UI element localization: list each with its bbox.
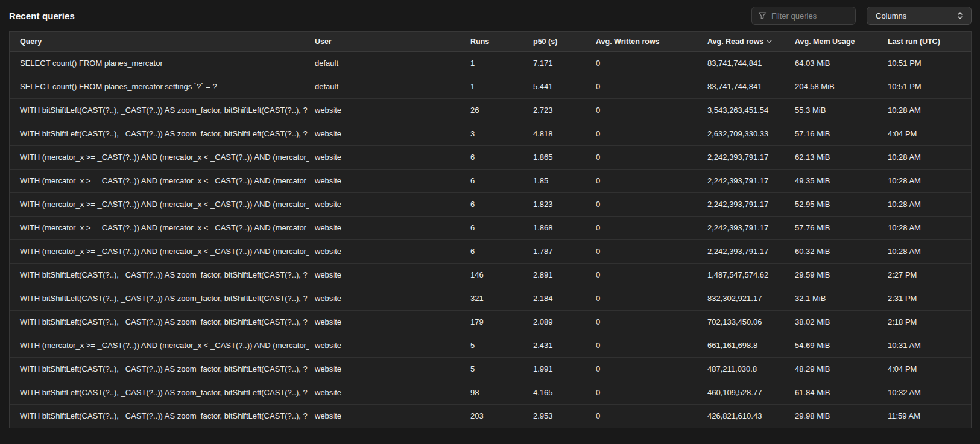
cell-last: 4:04 PM xyxy=(882,122,971,145)
cell-query[interactable]: WITH (mercator_x >= _CAST(?..)) AND (mer… xyxy=(10,145,309,169)
cell-read: 83,741,744,841 xyxy=(701,75,789,98)
cell-p50: 1.865 xyxy=(527,145,590,169)
cell-p50: 1.787 xyxy=(527,239,590,263)
table-row[interactable]: WITH bitShiftLeft(CAST(?..), _CAST(?..))… xyxy=(10,98,971,122)
cell-user: website xyxy=(309,404,464,428)
cell-last: 2:18 PM xyxy=(882,310,971,334)
table-row[interactable]: WITH (mercator_x >= _CAST(?..)) AND (mer… xyxy=(10,334,971,357)
table-row[interactable]: WITH bitShiftLeft(CAST(?..), _CAST(?..))… xyxy=(10,122,971,145)
cell-user: website xyxy=(309,381,464,404)
cell-query[interactable]: WITH bitShiftLeft(CAST(?..), _CAST(?..))… xyxy=(10,357,309,381)
table-row[interactable]: WITH bitShiftLeft(CAST(?..), _CAST(?..))… xyxy=(10,381,971,404)
cell-query[interactable]: WITH bitShiftLeft(CAST(?..), _CAST(?..))… xyxy=(10,310,309,334)
cell-query[interactable]: WITH (mercator_x >= _CAST(?..)) AND (mer… xyxy=(10,239,309,263)
cell-p50: 2.431 xyxy=(527,334,590,357)
cell-read: 2,242,393,791.17 xyxy=(701,145,789,169)
cell-mem: 49.35 MiB xyxy=(789,169,882,192)
cell-query[interactable]: WITH bitShiftLeft(CAST(?..), _CAST(?..))… xyxy=(10,263,309,287)
cell-query[interactable]: SELECT count() FROM planes_mercator sett… xyxy=(10,75,309,98)
cell-written: 0 xyxy=(590,216,701,239)
cell-written: 0 xyxy=(590,263,701,287)
cell-last: 10:51 PM xyxy=(882,75,971,98)
cell-last: 4:04 PM xyxy=(882,357,971,381)
column-header-mem[interactable]: Avg. Mem Usage xyxy=(789,32,882,51)
cell-written: 0 xyxy=(590,192,701,216)
recent-queries-table: QueryUserRunsp50 (s)Avg. Written rowsAvg… xyxy=(9,31,972,428)
cell-mem: 55.3 MiB xyxy=(789,98,882,122)
cell-written: 0 xyxy=(590,75,701,98)
cell-query[interactable]: WITH (mercator_x >= _CAST(?..)) AND (mer… xyxy=(10,334,309,357)
cell-query[interactable]: WITH (mercator_x >= _CAST(?..)) AND (mer… xyxy=(10,216,309,239)
cell-written: 0 xyxy=(590,169,701,192)
column-header-user[interactable]: User xyxy=(309,32,464,51)
cell-last: 10:28 AM xyxy=(882,145,971,169)
cell-read: 661,161,698.8 xyxy=(701,334,789,357)
cell-last: 10:32 AM xyxy=(882,381,971,404)
cell-written: 0 xyxy=(590,404,701,428)
table-row[interactable]: WITH (mercator_x >= _CAST(?..)) AND (mer… xyxy=(10,239,971,263)
cell-last: 10:28 AM xyxy=(882,98,971,122)
cell-user: website xyxy=(309,216,464,239)
column-header-label: Last run (UTC) xyxy=(888,37,940,46)
cell-query[interactable]: WITH bitShiftLeft(CAST(?..), _CAST(?..))… xyxy=(10,98,309,122)
cell-query[interactable]: WITH (mercator_x >= _CAST(?..)) AND (mer… xyxy=(10,169,309,192)
cell-query[interactable]: WITH bitShiftLeft(CAST(?..), _CAST(?..))… xyxy=(10,404,309,428)
table-row[interactable]: WITH (mercator_x >= _CAST(?..)) AND (mer… xyxy=(10,192,971,216)
cell-query[interactable]: WITH bitShiftLeft(CAST(?..), _CAST(?..))… xyxy=(10,287,309,310)
table-row[interactable]: SELECT count() FROM planes_mercatordefau… xyxy=(10,51,971,75)
cell-read: 2,242,393,791.17 xyxy=(701,192,789,216)
cell-read: 832,302,921.17 xyxy=(701,287,789,310)
cell-written: 0 xyxy=(590,334,701,357)
table-row[interactable]: WITH bitShiftLeft(CAST(?..), _CAST(?..))… xyxy=(10,263,971,287)
column-header-last[interactable]: Last run (UTC) xyxy=(882,32,971,51)
cell-query[interactable]: WITH bitShiftLeft(CAST(?..), _CAST(?..))… xyxy=(10,381,309,404)
cell-runs: 6 xyxy=(464,169,527,192)
cell-last: 10:28 AM xyxy=(882,169,971,192)
cell-query[interactable]: SELECT count() FROM planes_mercator xyxy=(10,51,309,75)
cell-read: 1,487,547,574.62 xyxy=(701,263,789,287)
column-header-p50[interactable]: p50 (s) xyxy=(527,32,590,51)
column-header-query[interactable]: Query xyxy=(10,32,309,51)
cell-read: 2,242,393,791.17 xyxy=(701,239,789,263)
table-row[interactable]: WITH bitShiftLeft(CAST(?..), _CAST(?..))… xyxy=(10,310,971,334)
cell-p50: 1.823 xyxy=(527,192,590,216)
cell-runs: 3 xyxy=(464,122,527,145)
column-header-label: Avg. Read rows xyxy=(707,37,763,46)
table-row[interactable]: WITH (mercator_x >= _CAST(?..)) AND (mer… xyxy=(10,169,971,192)
cell-last: 2:27 PM xyxy=(882,263,971,287)
filter-queries-input[interactable] xyxy=(771,11,849,21)
table-row[interactable]: WITH bitShiftLeft(CAST(?..), _CAST(?..))… xyxy=(10,357,971,381)
toolbar: Recent queries Columns xyxy=(0,0,980,31)
chevron-down-icon xyxy=(767,37,772,45)
cell-mem: 64.03 MiB xyxy=(789,51,882,75)
cell-last: 10:31 AM xyxy=(882,334,971,357)
cell-runs: 321 xyxy=(464,287,527,310)
column-header-runs[interactable]: Runs xyxy=(464,32,527,51)
cell-query[interactable]: WITH (mercator_x >= _CAST(?..)) AND (mer… xyxy=(10,192,309,216)
cell-mem: 29.59 MiB xyxy=(789,263,882,287)
cell-query[interactable]: WITH bitShiftLeft(CAST(?..), _CAST(?..))… xyxy=(10,122,309,145)
cell-p50: 7.171 xyxy=(527,51,590,75)
table-row[interactable]: WITH (mercator_x >= _CAST(?..)) AND (mer… xyxy=(10,216,971,239)
cell-last: 10:28 AM xyxy=(882,216,971,239)
cell-user: website xyxy=(309,169,464,192)
table-row[interactable]: WITH (mercator_x >= _CAST(?..)) AND (mer… xyxy=(10,145,971,169)
cell-last: 10:28 AM xyxy=(882,239,971,263)
column-header-written[interactable]: Avg. Written rows xyxy=(590,32,701,51)
column-header-read[interactable]: Avg. Read rows xyxy=(701,32,789,51)
cell-last: 10:51 PM xyxy=(882,51,971,75)
cell-p50: 4.818 xyxy=(527,122,590,145)
table-row[interactable]: SELECT count() FROM planes_mercator sett… xyxy=(10,75,971,98)
cell-runs: 98 xyxy=(464,381,527,404)
table-row[interactable]: WITH bitShiftLeft(CAST(?..), _CAST(?..))… xyxy=(10,404,971,428)
cell-written: 0 xyxy=(590,287,701,310)
cell-runs: 5 xyxy=(464,357,527,381)
cell-runs: 179 xyxy=(464,310,527,334)
cell-read: 460,109,528.77 xyxy=(701,381,789,404)
table-row[interactable]: WITH bitShiftLeft(CAST(?..), _CAST(?..))… xyxy=(10,287,971,310)
cell-runs: 26 xyxy=(464,98,527,122)
cell-p50: 2.184 xyxy=(527,287,590,310)
columns-select[interactable]: Columns xyxy=(867,7,972,25)
columns-select-label: Columns xyxy=(876,11,906,21)
filter-queries-box[interactable] xyxy=(751,7,856,25)
